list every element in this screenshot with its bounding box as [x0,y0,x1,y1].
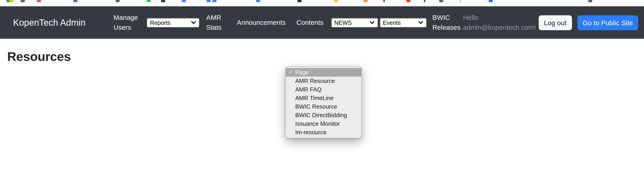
menu-item-label: Issuance Monitor [295,120,340,127]
menu-item-label: AMR FAQ [295,86,322,93]
favicon-thin-dark-2[interactable] [424,0,425,2]
favicon-thin-dark[interactable] [384,0,385,2]
favicon-blue-drop[interactable] [182,0,186,2]
menu-item-issuance-monitor[interactable]: Issuance Monitor [286,119,362,128]
menu-item-label: Im-resource [295,129,326,136]
favicon-thin-line[interactable] [460,0,461,2]
favicon-purple-flag[interactable] [73,0,78,2]
menu-item-label: BWIC DirectBidding [295,112,347,118]
bookmark-separator[interactable] [581,0,582,2]
menu-item-page[interactable]: ✓ Page [286,68,362,77]
favicon-gray-block-3[interactable] [588,0,592,2]
favicon-dark-grid[interactable] [298,0,302,2]
browser-bookmarks-strip [0,0,644,6]
events-select[interactable]: Events [380,18,426,27]
logout-button[interactable]: Log out [538,15,572,30]
chevron-down-icon [418,21,423,24]
reports-select-value: Reports [150,19,170,26]
page-title: Resources [0,50,644,64]
menu-item-im-resource[interactable]: Im-resource [286,128,362,136]
favicon-yellow-bar[interactable] [10,0,14,2]
events-select-value: Events [383,19,401,26]
favicon-orange-double[interactable] [364,0,368,2]
menu-item-amr-resource[interactable]: AMR Resource [286,77,362,85]
top-navbar: KopenTech Admin Manage Users Reports AMR… [0,6,644,39]
favicon-gray-block-2[interactable] [439,0,443,2]
menu-item-amr-faq[interactable]: AMR FAQ [286,85,362,94]
favicon-blue-w-right[interactable] [212,0,216,2]
nav-manage-users[interactable]: Manage Users [114,13,140,33]
go-to-public-site-button[interactable]: Go to Public Site [577,15,638,30]
check-icon: ✓ [288,68,293,77]
news-select[interactable]: NEWS [331,18,378,27]
favicon-blue-w-2[interactable] [489,0,493,2]
favicon-yellow-grid[interactable] [334,0,338,2]
resource-type-menu: ✓ Page AMR Resource AMR FAQ AMR TimeLine… [285,66,362,138]
news-select-value: NEWS [334,19,352,26]
menu-item-label: AMR TimeLine [295,95,334,101]
nav-contents[interactable]: Contents [296,18,323,28]
reports-select[interactable]: Reports [147,18,199,27]
menu-item-amr-timeline[interactable]: AMR TimeLine [286,94,362,102]
favicon-gray-block[interactable] [116,0,120,2]
app-brand[interactable]: KopenTech Admin [13,17,86,28]
menu-item-bwic-resource[interactable]: BWIC Resource [286,102,362,111]
nav-amr-stats[interactable]: AMR Stats [206,13,226,33]
menu-item-bwic-directbidding[interactable]: BWIC DirectBidding [286,111,362,119]
favicon-red-outline[interactable] [37,0,41,2]
favicon-green-dot[interactable] [147,0,151,2]
favicon-red-square[interactable] [406,0,410,2]
favicon-black-dot[interactable] [161,0,165,2]
favicon-blue-w-left[interactable] [206,0,210,2]
user-greeting: Hello admin@kopentech.com! [463,13,535,33]
nav-bwic-releases[interactable]: BWIC Releases [432,13,463,33]
favicon-dark-glyph[interactable] [21,0,25,2]
admin-page: KopenTech Admin Manage Users Reports AMR… [0,0,644,196]
favicon-blue-drop-2[interactable] [256,0,260,2]
menu-item-label: Page [295,69,309,76]
nav-announcements[interactable]: Announcements [237,18,286,28]
menu-item-label: AMR Resource [295,78,335,84]
chevron-down-icon [370,21,374,24]
chevron-down-icon [191,21,196,24]
menu-item-label: BWIC Resource [295,103,337,110]
